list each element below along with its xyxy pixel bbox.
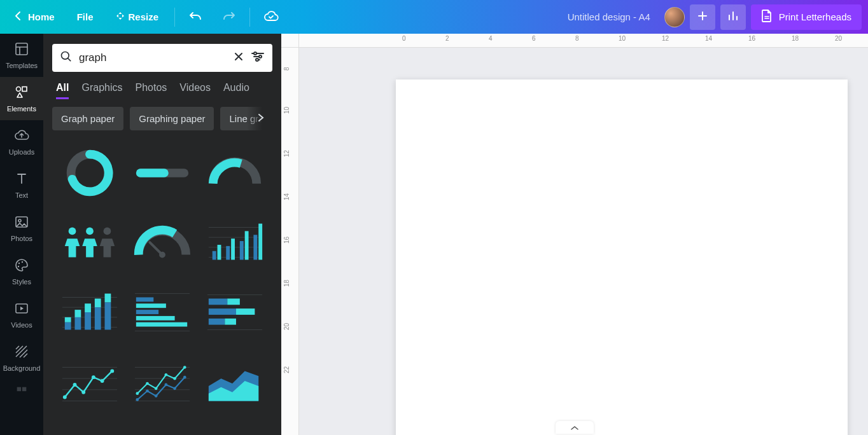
element-area-chart[interactable] [204,356,266,410]
svg-rect-57 [209,298,227,305]
tab-audio[interactable]: Audio [223,82,249,99]
svg-point-18 [69,228,76,235]
element-speedometer[interactable] [131,216,193,270]
ruler-tick: 16 [283,237,290,244]
undo-button[interactable] [185,6,207,29]
avatar[interactable] [664,7,685,27]
element-multi-line-chart[interactable] [131,356,193,410]
chips-scroll-right[interactable] [247,107,272,130]
redo-button[interactable] [217,6,240,29]
add-page-button[interactable] [556,421,594,434]
svg-point-81 [173,377,176,380]
tab-photos[interactable]: Photos [135,82,167,99]
svg-point-80 [165,373,168,376]
svg-rect-42 [85,312,91,329]
svg-rect-51 [136,303,166,308]
ruler-tick: 8 [283,67,290,71]
ruler-tick: 18 [792,35,799,42]
rail-styles[interactable]: Styles [0,250,43,293]
ruler-tick: 20 [835,35,842,42]
element-bar-chart[interactable] [204,216,266,270]
svg-point-71 [101,379,104,383]
side-rail: Templates Elements Uploads Text Photos S… [0,34,43,435]
rail-label: Uploads [9,148,34,156]
svg-point-5 [18,263,20,264]
rail-background[interactable]: Background [0,336,43,380]
elements-grid [52,146,272,410]
rail-elements[interactable]: Elements [0,77,43,120]
svg-rect-0 [16,43,27,55]
rail-more[interactable] [0,380,43,405]
element-stacked-bar[interactable] [59,286,121,340]
rail-videos[interactable]: Videos [0,293,43,336]
svg-point-14 [256,59,258,61]
ruler-tick: 12 [662,35,669,42]
svg-rect-44 [95,307,101,329]
ruler-tick: 12 [283,150,290,157]
svg-point-88 [183,376,186,379]
ruler-tick: 16 [748,35,755,42]
add-member-button[interactable] [690,4,715,30]
rail-templates[interactable]: Templates [0,34,43,77]
rail-label: Styles [12,278,31,286]
rail-text[interactable]: Text [0,163,43,207]
tab-videos[interactable]: Videos [179,82,211,99]
home-button[interactable]: Home [8,7,61,27]
element-pictogram[interactable] [59,216,121,270]
svg-rect-32 [253,235,257,259]
svg-point-69 [81,390,85,394]
rail-photos[interactable]: Photos [0,207,43,250]
svg-point-84 [146,389,149,392]
header-separator [249,8,250,27]
element-line-chart[interactable] [59,356,121,410]
ruler-tick: 8 [575,35,579,42]
clear-search-button[interactable] [233,51,244,65]
rail-uploads[interactable]: Uploads [0,120,43,163]
svg-rect-33 [258,224,262,260]
plus-icon [697,11,708,23]
svg-rect-61 [209,319,225,325]
search-icon [60,50,73,66]
document-title[interactable]: Untitled design - A4 [568,11,650,22]
rail-label: Elements [7,105,36,113]
svg-rect-10 [22,387,26,391]
filter-button[interactable] [251,51,265,65]
element-donut-chart[interactable] [59,146,121,200]
category-tabs: All Graphics Photos Videos Audio [56,82,269,99]
element-gauge-arc[interactable] [204,146,266,200]
svg-point-67 [63,396,67,399]
svg-point-7 [18,266,19,267]
svg-rect-28 [226,246,230,260]
chip[interactable]: Graph paper [52,107,123,130]
element-horizontal-bar[interactable] [131,286,193,340]
svg-rect-46 [105,302,111,329]
svg-rect-62 [225,319,236,325]
tab-graphics[interactable]: Graphics [81,82,122,99]
redo-icon [222,11,235,23]
resize-button[interactable]: Resize [109,8,165,26]
svg-point-13 [259,55,262,58]
element-horizontal-stacked[interactable] [204,286,266,340]
videos-icon [14,301,29,317]
insights-button[interactable] [720,4,746,30]
svg-point-20 [104,228,111,235]
file-menu-button[interactable]: File [71,8,100,26]
svg-point-78 [146,382,149,385]
rail-label: Videos [11,321,32,329]
svg-point-19 [86,228,94,235]
ruler-tick: 10 [283,107,290,114]
cloud-sync-button[interactable] [260,6,283,29]
canvas-area[interactable]: 0 2 4 6 8 10 12 14 16 18 20 8 10 12 14 1… [281,34,868,435]
ruler-tick: 18 [283,280,290,287]
svg-rect-17 [136,169,169,177]
canvas-page[interactable] [396,79,848,435]
element-progress-bar[interactable] [131,146,193,200]
chip[interactable]: Graphing paper [130,107,214,130]
svg-point-1 [17,87,21,92]
print-button[interactable]: Print Letterheads [751,4,862,30]
elements-icon [14,85,29,101]
ruler-corner [281,34,299,48]
svg-rect-26 [213,251,216,260]
tab-all[interactable]: All [56,82,69,99]
search-input[interactable] [79,52,227,64]
